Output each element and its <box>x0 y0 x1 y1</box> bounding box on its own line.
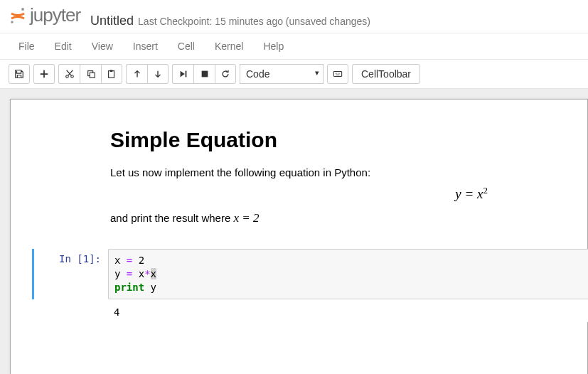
celltype-select[interactable]: Code <box>240 64 324 84</box>
menu-file[interactable]: File <box>9 33 45 59</box>
refresh-icon <box>220 69 230 79</box>
input-prompt: In [1]: <box>37 249 108 299</box>
jupyter-logo[interactable]: jupyter <box>9 4 80 26</box>
svg-rect-8 <box>185 70 186 77</box>
svg-rect-9 <box>201 70 208 77</box>
paragraph-1: Let us now implement the following equat… <box>110 165 488 181</box>
svg-rect-6 <box>109 70 114 78</box>
copy-button[interactable] <box>80 64 101 84</box>
jupyter-planet-icon <box>9 6 27 25</box>
copy-icon <box>86 69 96 79</box>
logo-text: jupyter <box>30 4 80 26</box>
markdown-cell[interactable]: Simple Equation Let us now implement the… <box>110 128 488 228</box>
restart-button[interactable] <box>215 64 236 84</box>
output-content: 4 <box>108 299 588 322</box>
cut-button[interactable] <box>58 64 80 84</box>
command-palette-button[interactable] <box>327 64 348 84</box>
code-cell[interactable]: In [1]: x = 2 y = x*x print y <box>32 249 588 299</box>
paragraph-2: and print the result where x = 2 <box>110 209 488 228</box>
menu-insert[interactable]: Insert <box>123 33 168 59</box>
notebook-title[interactable]: Untitled <box>90 14 134 28</box>
menubar: File Edit View Insert Cell Kernel Help <box>0 33 588 60</box>
output-area: 4 <box>32 299 588 322</box>
svg-point-3 <box>70 75 73 78</box>
header: jupyter Untitled Last Checkpoint: 15 min… <box>0 0 588 33</box>
step-forward-icon <box>178 69 188 79</box>
toolbar: Code CellToolbar <box>0 60 588 89</box>
svg-rect-5 <box>90 73 95 78</box>
notebook-container: Simple Equation Let us now implement the… <box>0 89 588 375</box>
paste-icon <box>107 69 117 79</box>
menu-view[interactable]: View <box>82 33 123 59</box>
heading: Simple Equation <box>110 128 488 152</box>
svg-point-1 <box>11 21 14 23</box>
arrow-up-icon <box>132 69 142 79</box>
celltoolbar-button[interactable]: CellToolbar <box>352 64 420 84</box>
svg-rect-10 <box>333 71 341 76</box>
checkpoint-text: Last Checkpoint: 15 minutes ago (unsaved… <box>138 16 370 27</box>
svg-rect-7 <box>110 70 113 72</box>
move-down-button[interactable] <box>147 64 169 84</box>
insert-cell-button[interactable] <box>33 64 55 84</box>
interrupt-button[interactable] <box>193 64 215 84</box>
svg-point-2 <box>65 75 68 78</box>
menu-kernel[interactable]: Kernel <box>205 33 253 59</box>
keyboard-icon <box>333 69 343 79</box>
run-button[interactable] <box>172 64 193 84</box>
paste-button[interactable] <box>101 64 122 84</box>
svg-point-0 <box>21 8 24 11</box>
scissors-icon <box>65 69 75 79</box>
menu-edit[interactable]: Edit <box>45 33 82 59</box>
code-input[interactable]: x = 2 y = x*x print y <box>108 249 588 299</box>
plus-icon <box>39 69 49 79</box>
menu-help[interactable]: Help <box>253 33 294 59</box>
arrow-down-icon <box>153 69 163 79</box>
menu-cell[interactable]: Cell <box>168 33 205 59</box>
stop-icon <box>200 69 210 79</box>
save-icon <box>14 69 24 79</box>
equation-display: y = x2 <box>110 185 488 202</box>
move-up-button[interactable] <box>126 64 147 84</box>
notebook[interactable]: Simple Equation Let us now implement the… <box>10 99 588 375</box>
save-button[interactable] <box>9 64 30 84</box>
